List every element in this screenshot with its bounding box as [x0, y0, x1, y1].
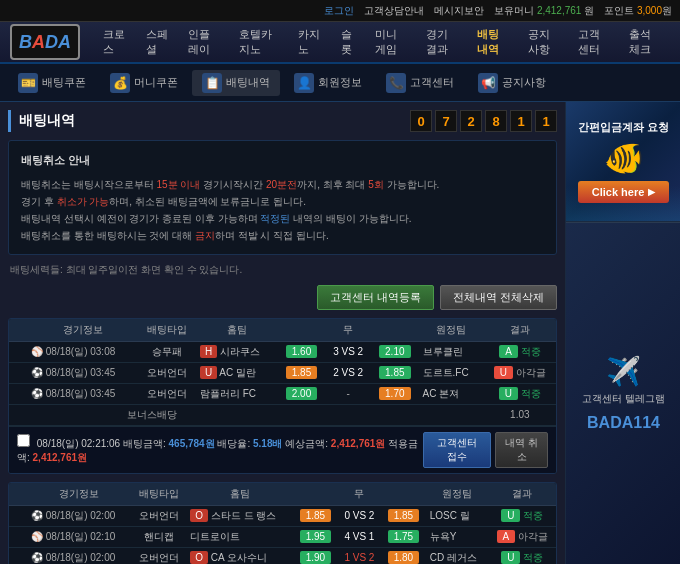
- away-cell: 도르트.FC: [419, 362, 484, 383]
- game-info-cell: ⚽ 08/18(일) 02:00: [27, 547, 132, 564]
- customer-register-btn-1[interactable]: 고객센터 접수: [423, 432, 492, 468]
- subnav-member-info[interactable]: 👤 회원정보: [284, 70, 372, 96]
- away-odds: 2.10: [379, 345, 410, 358]
- click-here-button[interactable]: Click here: [578, 181, 670, 203]
- subnav-label-member-info: 회원정보: [318, 75, 362, 90]
- nav-inplay[interactable]: 인플레이: [180, 23, 229, 61]
- message-link[interactable]: 메시지보안: [434, 4, 484, 18]
- away-odds-cell: 2.10: [371, 341, 419, 362]
- game-info-cell: ⚽ 08/18(일) 03:45: [27, 362, 138, 383]
- subnav-betting-coupon[interactable]: 🎫 배팅쿠폰: [8, 70, 96, 96]
- home-team-name: AC 밀란: [219, 367, 256, 378]
- nav-minigame[interactable]: 미니게임: [367, 23, 416, 61]
- sport-icon-soccer: ⚽: [31, 388, 43, 399]
- away-team-name: LOSC 릴: [430, 510, 470, 521]
- subnav-betting-history[interactable]: 📋 배팅내역: [192, 70, 280, 96]
- timer-d2: 7: [435, 110, 457, 132]
- betting-coupon-icon: 🎫: [18, 73, 38, 93]
- home-team-name: CA 오사수니: [211, 552, 267, 563]
- game-info-cell: ⚾ 08/18(일) 03:08: [27, 341, 138, 362]
- away-odds: 1.85: [388, 509, 419, 522]
- col-home-odds: [278, 319, 326, 342]
- nav-hotel-casino[interactable]: 호텔카지노: [231, 23, 288, 61]
- game-date: 08/18(일) 02:10: [46, 531, 116, 542]
- away-odds: 1.75: [388, 530, 419, 543]
- home-cell: O 스타드 드 랭스: [186, 505, 293, 526]
- footer-odds-label: 배당율:: [217, 438, 253, 449]
- notice-bottom: 배팅세력들: 최대 일주일이전 화면 확인 수 있습니다.: [8, 263, 557, 277]
- subnav-notice[interactable]: 📢 공지사항: [468, 70, 556, 96]
- subnav-label-customer-center: 고객센터: [410, 75, 454, 90]
- home-team-badge: H: [200, 345, 217, 358]
- away-odds-cell: 1.85: [381, 505, 426, 526]
- home-odds-cell: 1.85: [278, 362, 326, 383]
- result-badge: U: [501, 551, 520, 564]
- game-info-cell: ⚽ 08/18(일) 03:45: [27, 383, 138, 404]
- nav-notice[interactable]: 공지사항: [520, 23, 569, 61]
- col-home: 홈팀: [196, 319, 278, 342]
- result-cell: A 아각글: [488, 526, 556, 547]
- col-result2: 결과: [488, 483, 556, 506]
- checkbox-cell: [9, 404, 27, 425]
- subnav-label-money-coupon: 머니쿠폰: [134, 75, 178, 90]
- notice-line2: 경기 후 취소가 가능하며, 취소된 배팅금액에 보류금니로 됩니다.: [21, 193, 544, 210]
- customer-link[interactable]: 고객상담안내: [364, 4, 424, 18]
- nav-slot[interactable]: 슬롯: [333, 23, 365, 61]
- timer-d1: 0: [410, 110, 432, 132]
- member-info-icon: 👤: [294, 73, 314, 93]
- subnav-money-coupon[interactable]: 💰 머니쿠폰: [100, 70, 188, 96]
- away-cell: AC 본져: [419, 383, 484, 404]
- footer-bet-label: 배팅금액:: [123, 438, 169, 449]
- section-checkbox-1[interactable]: [17, 434, 30, 447]
- home-team-name: 디트로이트: [190, 531, 240, 542]
- nav-special[interactable]: 스페셜: [138, 23, 179, 61]
- bet-section-1: 경기정보 배팅타입 홈팀 무 원정팀 결과 ⚾: [8, 318, 557, 474]
- result-badge: A: [497, 530, 516, 543]
- table-row: 보너스배당 1.03: [9, 404, 556, 425]
- nav-customer[interactable]: 고객센터: [570, 23, 619, 61]
- nav-casino[interactable]: 카지노: [290, 23, 331, 61]
- login-btn[interactable]: 로그인: [324, 4, 354, 18]
- home-cell: 람플러리 FC: [196, 383, 278, 404]
- away-team-name: 브루클린: [423, 346, 463, 357]
- sport-icon-soccer: ⚽: [31, 552, 43, 563]
- col-game-info: 경기정보: [27, 319, 138, 342]
- section-footer-1: 08/18(일) 02:21:06 배팅금액: 465,784원 배당율: 5.…: [9, 426, 556, 473]
- bet-type-cell: 승무패: [138, 341, 196, 362]
- cancel-all-button[interactable]: 전체내역 전체삭제: [440, 285, 557, 310]
- col-draw2: 무: [338, 483, 381, 506]
- nav-cross[interactable]: 크로스: [95, 23, 136, 61]
- footer-expected: 2,412,761원: [331, 438, 386, 449]
- history-cancel-btn-1[interactable]: 내역 취소: [495, 432, 548, 468]
- away-odds-cell: 1.75: [381, 526, 426, 547]
- away-team-name: CD 레거스: [430, 552, 477, 563]
- result-badge: U: [494, 366, 513, 379]
- checkbox-cell: [9, 526, 27, 547]
- nav-results[interactable]: 경기결과: [418, 23, 467, 61]
- timer-d6: 1: [535, 110, 557, 132]
- col-away2: 원정팀: [426, 483, 489, 506]
- table-row: ⚽ 08/18(일) 02:00 오버언더 O 스타드 드 랭스 1.85 0 …: [9, 505, 556, 526]
- result-badge: A: [499, 345, 518, 358]
- game-info-cell: ⚽ 08/18(일) 02:00: [27, 505, 132, 526]
- sport-icon-soccer: ⚽: [31, 510, 43, 521]
- notice-line3: 배팅내역 선택시 예전이 경기가 종료된 이후 가능하며 적정된 내역의 배팅이…: [21, 210, 544, 227]
- nav-attendance[interactable]: 출석체크: [621, 23, 670, 61]
- action-buttons: 고객센터 내역등록 전체내역 전체삭제: [8, 285, 557, 310]
- game-info-cell: ⚾ 08/18(일) 02:10: [27, 526, 132, 547]
- result-cell: U 적중: [488, 547, 556, 564]
- subnav-customer-center[interactable]: 📞 고객센터: [376, 70, 464, 96]
- header: BADA 크로스 스페셜 인플레이 호텔카지노 카지노 슬롯 미니게임 경기결과…: [0, 22, 680, 64]
- footer-expected-label: 예상금액:: [285, 438, 331, 449]
- register-button[interactable]: 고객센터 내역등록: [317, 285, 434, 310]
- telegram-title: 고객센터 텔레그램: [582, 392, 665, 406]
- game-date: 08/18(일) 02:00: [46, 552, 116, 563]
- away-odds-cell: 1.85: [371, 362, 419, 383]
- footer-applied: 2,412,761원: [33, 452, 88, 463]
- page-title: 배팅내역: [8, 110, 75, 132]
- ad-card-telegram: ✈️ 고객센터 텔레그램 BADA114: [566, 222, 680, 564]
- result-cell: U 적중: [488, 505, 556, 526]
- nav-betting-history[interactable]: 배팅내역: [469, 23, 518, 61]
- bonus-result: 1.03: [484, 404, 556, 425]
- away-team-name: AC 본져: [423, 388, 460, 399]
